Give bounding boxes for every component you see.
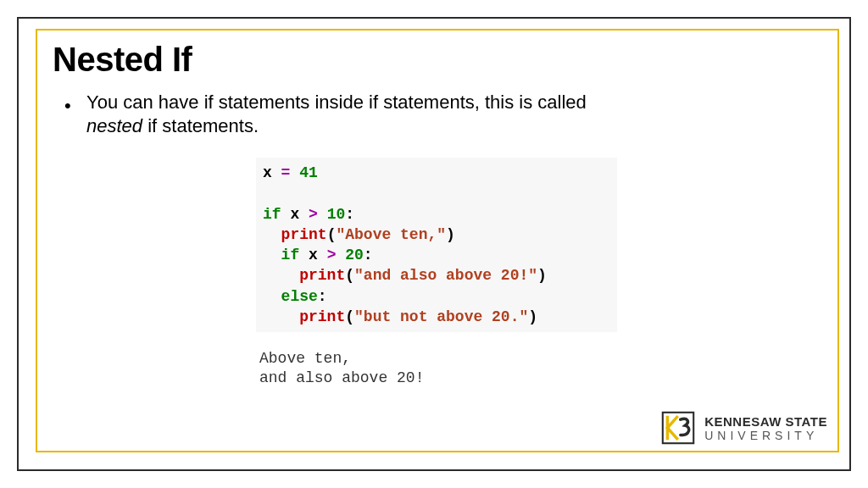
code-kw-if: if [263,206,281,223]
code-num: 10 [327,206,346,223]
output-line2: and also above 20! [259,369,424,386]
bullet-text-after: if statements. [142,115,259,136]
code-paren: ) [446,226,455,243]
code-str: "but not above 20." [354,308,528,325]
code-var: x [263,164,281,181]
code-str: "Above ten," [336,226,446,243]
code-sp [336,247,345,263]
code-str: "and also above 20!" [354,267,537,284]
ks-logo-icon [660,410,696,446]
code-colon: : [345,206,354,223]
code-print: print [263,267,345,284]
code-indent [263,288,281,305]
code-op: > [327,247,337,263]
bullet-text-before: You can have if statements inside if sta… [86,92,587,113]
logo-bottom-line: UNIVERSITY [704,430,827,441]
code-paren: ) [528,308,537,325]
code-op: = [281,164,291,181]
output-line1: Above ten, [259,350,351,367]
code-print: print [263,226,327,243]
slide-title: Nested If [53,41,192,79]
code-kw-else: else [281,288,318,305]
code-kw-if: if [281,247,300,263]
code-paren: ( [345,308,354,325]
code-paren: ( [327,226,337,243]
code-num: 41 [299,164,318,181]
university-logo: KENNESAW STATE UNIVERSITY [660,410,827,446]
code-block: x = 41 if x > 10: print("Above ten,") if… [256,158,617,332]
code-sp [290,164,299,181]
code-colon: : [318,288,327,305]
code-var: x [299,247,326,263]
output-block: Above ten, and also above 20! [259,349,424,389]
code-op: > [309,206,318,223]
bullet-marker: • [64,95,71,117]
code-var: x [281,206,309,223]
code-sp [318,206,327,223]
code-num: 20 [345,247,364,263]
code-paren: ( [345,267,354,284]
logo-top-line: KENNESAW STATE [704,415,827,428]
bullet-italic: nested [86,115,142,136]
code-paren: ) [537,267,547,284]
code-print: print [263,308,345,325]
bullet-text: You can have if statements inside if sta… [86,91,595,138]
logo-text: KENNESAW STATE UNIVERSITY [704,415,827,441]
code-colon: : [364,247,373,263]
code-indent [263,247,281,263]
